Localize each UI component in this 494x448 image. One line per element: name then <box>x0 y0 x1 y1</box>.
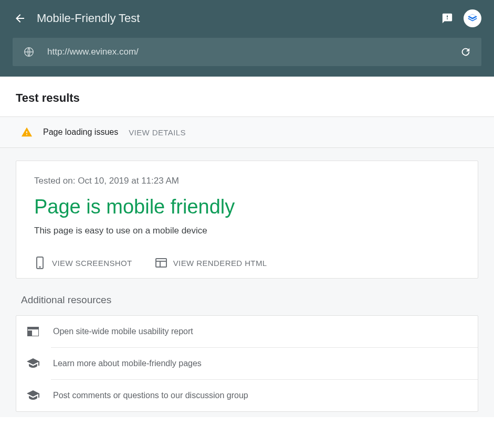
warning-icon <box>21 126 33 138</box>
view-rendered-label: VIEW RENDERED HTML <box>173 259 267 268</box>
url-input[interactable] <box>47 47 459 57</box>
verdict-subtext: This page is easy to use on a mobile dev… <box>34 226 460 236</box>
smartphone-icon <box>34 257 46 269</box>
url-bar-container <box>0 33 494 77</box>
verdict-title: Page is mobile friendly <box>34 196 460 218</box>
app-header: Mobile-Friendly Test <box>0 0 494 77</box>
resource-list: Open site-wide mobile usability report L… <box>16 315 478 412</box>
svg-rect-7 <box>27 327 39 329</box>
result-card: Tested on: Oct 10, 2019 at 11:23 AM Page… <box>16 161 478 279</box>
result-body: Tested on: Oct 10, 2019 at 11:23 AM Page… <box>0 148 494 417</box>
view-details-link[interactable]: VIEW DETAILS <box>129 128 186 137</box>
view-screenshot-button[interactable]: VIEW SCREENSHOT <box>34 257 132 269</box>
back-arrow-icon[interactable] <box>13 11 27 26</box>
web-icon <box>27 325 39 338</box>
header-top-row: Mobile-Friendly Test <box>0 0 494 33</box>
resource-item-discussion[interactable]: Post comments or questions to our discus… <box>16 380 478 411</box>
svg-rect-8 <box>27 330 32 336</box>
school-icon <box>27 357 39 370</box>
app-title: Mobile-Friendly Test <box>37 12 440 25</box>
view-rendered-button[interactable]: VIEW RENDERED HTML <box>155 257 267 269</box>
view-screenshot-label: VIEW SCREENSHOT <box>52 259 132 268</box>
tested-on-text: Tested on: Oct 10, 2019 at 11:23 AM <box>34 176 460 186</box>
card-actions: VIEW SCREENSHOT VIEW RENDERED HTML <box>34 257 460 269</box>
issues-bar: Page loading issues VIEW DETAILS <box>0 116 494 148</box>
globe-icon <box>22 45 36 59</box>
issues-text: Page loading issues <box>43 127 118 137</box>
resource-label: Post comments or questions to our discus… <box>53 391 248 400</box>
resource-item-usability-report[interactable]: Open site-wide mobile usability report <box>16 316 478 347</box>
school-icon <box>27 389 39 402</box>
account-avatar[interactable] <box>464 9 481 27</box>
resource-item-learn-more[interactable]: Learn more about mobile-friendly pages <box>16 348 478 379</box>
svg-rect-3 <box>156 259 166 267</box>
additional-resources-heading: Additional resources <box>16 279 478 315</box>
web-icon <box>155 257 167 269</box>
header-actions <box>440 9 481 27</box>
resource-label: Learn more about mobile-friendly pages <box>53 359 202 368</box>
resource-label: Open site-wide mobile usability report <box>53 327 193 336</box>
refresh-icon[interactable] <box>459 46 472 58</box>
results-heading: Test results <box>0 77 494 116</box>
feedback-icon[interactable] <box>440 12 454 25</box>
url-bar <box>13 38 481 66</box>
